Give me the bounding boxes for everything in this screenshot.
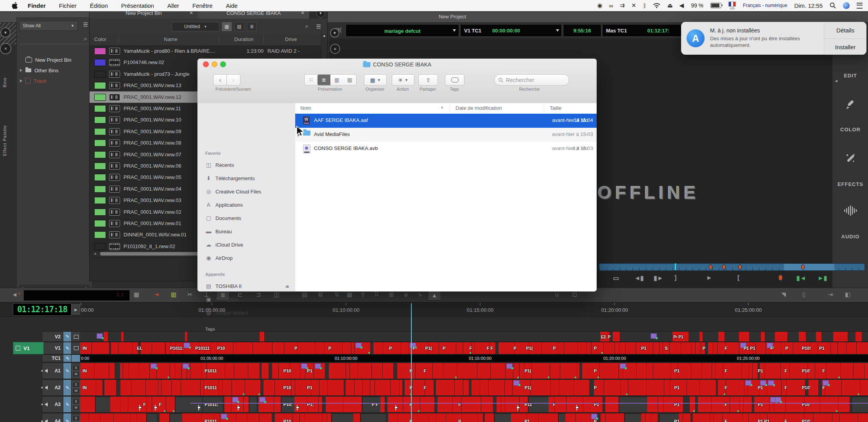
timeline-clip[interactable] [696,342,701,354]
file-name[interactable]: CONSO SERGE IBAKA.avb [314,145,378,151]
effect-badge-icon[interactable] [823,380,829,386]
timeline-clip[interactable] [96,380,103,395]
timeline-clip[interactable] [343,342,352,354]
timeline-clip[interactable] [233,342,237,354]
tc-play-button[interactable]: ▶ [72,304,80,315]
audio-fader-icon[interactable] [198,405,199,410]
step-back-icon[interactable]: ◄▮ [634,274,644,282]
timeline-clip[interactable] [739,332,750,342]
timeline-clip[interactable] [501,397,505,412]
bin-column-headers[interactable]: ColorNameDurationDrive [90,34,327,46]
timeline-clip[interactable] [532,363,551,379]
spotlight-icon[interactable] [830,2,836,9]
timeline-clip[interactable] [237,342,253,354]
effect-badge-icon[interactable] [768,380,774,386]
clip-color-chip[interactable] [94,116,106,123]
timeline-clip[interactable] [742,363,750,379]
timeline-clip[interactable] [325,342,343,354]
effect-badge-icon[interactable] [651,333,657,339]
timeline-clip[interactable] [372,363,383,379]
timeline-master-tc[interactable]: 01:12:17:18 [13,303,72,316]
track-lane-a1[interactable]: INP1011P10P1PFP1(PP1FP1FP10'F [80,363,868,379]
mute-button[interactable]: M [72,371,80,377]
solo-button[interactable]: S [72,399,80,404]
search-icon[interactable]: ⌕ [305,23,308,30]
timeline-clip[interactable] [137,413,147,422]
half-icon[interactable]: ◧ [841,290,854,300]
position-marker[interactable] [722,265,726,270]
clip-name[interactable]: PRAC_0001.WAV.new.04 [124,186,181,192]
timeline-clip[interactable] [699,332,703,342]
timeline-clip[interactable] [158,380,161,395]
timeline-clip[interactable] [726,342,739,354]
track-header-a1[interactable]: A1✎SM [42,363,81,379]
notification-center-icon[interactable] [857,3,863,9]
monitor-close-button[interactable]: ✕ [330,44,340,54]
timeline-clip[interactable] [383,363,394,379]
timeline-clip[interactable] [400,380,403,395]
magic-wand-icon[interactable] [844,152,857,165]
disclosure-triangle-icon[interactable] [20,79,22,82]
timeline-clip[interactable] [109,363,115,379]
timeline-lanes[interactable]: E2. PP• P1INELP1011:P10111P10PPPFP1(PFF … [80,317,868,422]
timeline-clip[interactable] [249,397,257,413]
timeline-clip[interactable] [433,363,443,379]
timeline-clip[interactable] [92,342,109,354]
timeline-clip[interactable] [554,397,567,412]
timeline-clip[interactable] [799,332,806,342]
timeline-clip[interactable] [412,380,425,395]
timeline-clip[interactable] [691,363,702,379]
timeline-clip[interactable] [462,413,478,422]
mute-button[interactable]: M [72,405,80,411]
avast-icon[interactable]: ✕ [631,2,637,9]
timeline-clip[interactable] [443,363,457,379]
input-source-icon[interactable]: 123 [728,2,736,10]
timeline-clip[interactable] [234,363,248,379]
audio-waveform-icon[interactable] [844,206,857,216]
sidebar-item-new-project-bin[interactable]: New Project Bin [20,55,71,64]
track-lane-v1[interactable]: INELP1011:P10111P10PPPFP1(PFF FPP1(PPP1S… [80,342,868,354]
timeline-clip[interactable] [730,397,740,412]
effect-badge-icon[interactable] [151,363,157,369]
sidebar-item-trash[interactable]: Trash [20,76,47,86]
eyedropper-icon[interactable] [845,99,856,111]
timeline-clip[interactable] [161,380,172,395]
timeline-clip[interactable] [605,397,619,412]
sidebar-item-téléchargements[interactable]: ⬇Téléchargements [205,173,255,183]
rail-tab-effect-palette[interactable]: Effect Palette [2,125,7,156]
audio-fader-icon[interactable] [155,405,156,410]
timeline-clip[interactable] [653,363,671,379]
timeline-clip[interactable] [559,380,574,395]
timeline-clip[interactable] [539,413,558,422]
timeline-clip[interactable] [621,380,628,395]
timeline-clip[interactable] [248,363,260,379]
timeline-clip[interactable] [565,413,576,422]
timeline-clip[interactable] [740,397,743,412]
timeline-clip[interactable] [352,342,355,354]
timeline-clip[interactable] [857,342,868,354]
timeline-clip[interactable] [841,363,854,379]
track-checkbox[interactable] [16,346,20,350]
timeline-clip[interactable] [290,363,300,379]
dock-item-audio[interactable]: AUDIO [832,234,868,240]
source-tc-display[interactable]: V1 TC1 00:00:00:00 [460,24,562,37]
timeline-clip[interactable]: P• P1 [673,332,689,342]
timeline-clip[interactable] [305,413,322,422]
menu-item-fichier[interactable]: Fichier [59,2,77,9]
timeline-clip[interactable] [477,363,491,379]
timeline-clip[interactable] [232,380,246,395]
pencil-icon[interactable]: ✎ [63,332,72,342]
list-view-icon[interactable]: ≣ [317,75,330,85]
clip-color-chip[interactable] [94,231,106,238]
timeline-clip[interactable] [624,413,642,422]
track-lane-v2[interactable]: E2. PP• P1 [80,331,868,342]
icon-view-icon[interactable]: ∷ [305,75,317,85]
clip-color-chip[interactable] [94,174,106,181]
timeline-clip[interactable] [253,342,273,354]
timeline-clip[interactable] [355,380,363,395]
timeline-clip[interactable] [765,363,780,379]
effect-badge-icon[interactable] [97,333,103,339]
timeline-clip[interactable] [816,332,822,342]
timeline-clip[interactable] [472,380,480,395]
file-row-avid-mediafiles[interactable]: Avid MediaFilesavant-hier à 15:03-- [295,128,597,142]
